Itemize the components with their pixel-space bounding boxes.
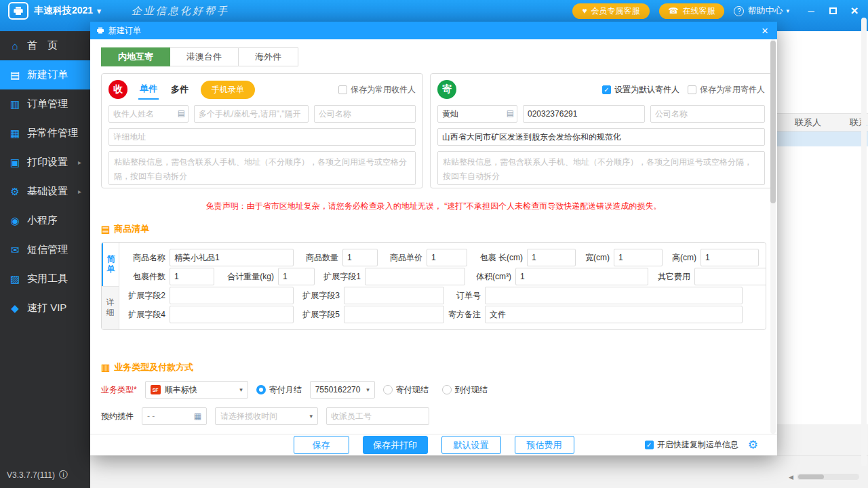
tab-single-item[interactable]: 单件: [138, 79, 159, 100]
brand-menu[interactable]: 丰速科技2021 ▾: [34, 5, 101, 17]
sidebar-item-label: 新建订单: [27, 68, 68, 81]
sender-phone-input[interactable]: [523, 105, 645, 123]
pay-cash-radio[interactable]: 寄付现结: [383, 384, 429, 396]
horizontal-scrollbar[interactable]: ◀: [789, 472, 859, 481]
tab-multi-item[interactable]: 多件: [170, 80, 190, 99]
sidebar-item-basic-settings[interactable]: ⚙ 基础设置 ▸: [0, 177, 90, 206]
monthly-account-select[interactable]: 7550162270 ▾: [310, 381, 375, 399]
settings-gear-icon[interactable]: ⚙: [748, 439, 758, 451]
scrollbar-thumb[interactable]: [798, 474, 824, 479]
product-tab-detail[interactable]: 详细: [102, 286, 119, 330]
business-type-select[interactable]: SF 顺丰标快 ▾: [145, 381, 248, 399]
date-value: - -: [147, 411, 155, 421]
sidebar-item-home[interactable]: ⌂ 首 页: [0, 31, 90, 60]
ext-field5-input[interactable]: [344, 306, 444, 323]
minimize-button[interactable]: ─: [806, 5, 816, 16]
pay-on-arrival-radio[interactable]: 到付现结: [442, 384, 488, 396]
business-type-label: 业务类型*: [101, 384, 137, 396]
package-height-input[interactable]: [701, 249, 759, 266]
dialog-close-button[interactable]: ×: [759, 25, 771, 37]
save-button[interactable]: 保存: [294, 436, 349, 454]
sidebar-item-print-settings[interactable]: ▣ 打印设置 ▸: [0, 148, 90, 177]
phone-entry-button[interactable]: 手机录单: [201, 81, 255, 99]
receiver-company-input[interactable]: [314, 105, 416, 123]
vip-service-button[interactable]: ♥ 会员专属客服: [572, 3, 649, 19]
ext-field3-input[interactable]: [344, 287, 444, 304]
home-icon: ⌂: [9, 40, 21, 52]
default-settings-button[interactable]: 默认设置: [441, 436, 501, 454]
product-qty-input[interactable]: [342, 249, 378, 266]
contact-book-icon[interactable]: ▤: [507, 109, 514, 117]
default-sender-checkbox[interactable]: ✓ 设置为默认寄件人: [602, 84, 679, 96]
online-service-button[interactable]: ☎ 在线客服: [659, 3, 725, 19]
package-length-input[interactable]: [527, 249, 576, 266]
total-weight-input[interactable]: [278, 268, 315, 285]
maximize-button[interactable]: [827, 5, 838, 16]
sidebar-item-vip[interactable]: ◆ 速打 VIP: [0, 293, 90, 323]
dialog-scrollbar[interactable]: [770, 39, 776, 434]
dialog-body: 内地互寄 港澳台件 海外件 收 单件 多件 手机录单: [90, 39, 777, 434]
contact-book-icon[interactable]: ▤: [178, 109, 185, 117]
sidebar-item-mini-program[interactable]: ◉ 小程序: [0, 206, 90, 235]
checkbox-label: 保存为常用寄件人: [700, 84, 765, 96]
tab-overseas[interactable]: 海外件: [239, 47, 298, 66]
other-fee-input[interactable]: [694, 268, 766, 285]
sidebar-item-tools[interactable]: ▨ 实用工具: [0, 264, 90, 293]
order-number-input[interactable]: [485, 287, 743, 304]
radio-icon: [383, 385, 393, 394]
sidebar-item-sms-management[interactable]: ✉ 短信管理: [0, 235, 90, 264]
receiver-paste-textarea[interactable]: [108, 151, 416, 185]
volume-input[interactable]: [515, 268, 648, 285]
sidebar-item-exception-management[interactable]: ▦ 异常件管理: [0, 119, 90, 148]
sender-remark-input[interactable]: [485, 306, 743, 323]
receiver-phone-input[interactable]: [194, 105, 309, 123]
window-close-button[interactable]: ×: [849, 5, 860, 16]
package-width-input[interactable]: [614, 249, 663, 266]
tab-label: 详细: [106, 298, 115, 318]
save-and-print-button[interactable]: 保存并打印: [363, 436, 428, 454]
info-icon[interactable]: ⓘ: [59, 469, 68, 481]
product-name-input[interactable]: [170, 249, 294, 266]
field-label: 扩展字段2: [125, 290, 165, 302]
estimate-fee-button[interactable]: 预估费用: [515, 436, 574, 454]
receiver-address-input[interactable]: [108, 128, 416, 146]
package-count-input[interactable]: [170, 268, 214, 285]
calendar-icon[interactable]: ▦: [194, 411, 201, 421]
exception-icon: ▦: [9, 127, 21, 140]
sidebar-item-new-order[interactable]: ▤ 新建订单: [0, 60, 90, 89]
ext-field1-input[interactable]: [365, 268, 465, 285]
sender-paste-textarea[interactable]: [437, 151, 765, 185]
save-common-sender-checkbox[interactable]: 保存为常用寄件人: [688, 84, 765, 96]
scroll-left-icon[interactable]: ◀: [789, 474, 793, 481]
sender-name-input[interactable]: [437, 105, 517, 123]
field-label: 商品数量: [298, 252, 338, 264]
tools-icon: ▨: [9, 273, 21, 285]
help-center-button[interactable]: ? 帮助中心 ▾: [734, 5, 789, 17]
product-tab-simple[interactable]: 简单: [102, 243, 119, 286]
save-common-receiver-checkbox[interactable]: 保存为常用收件人: [338, 84, 416, 96]
product-price-input[interactable]: [427, 249, 467, 266]
sidebar-item-order-management[interactable]: ▥ 订单管理: [0, 89, 90, 119]
ext-field4-input[interactable]: [170, 306, 294, 323]
pickup-date-picker[interactable]: - - ▦: [142, 407, 207, 425]
sidebar-item-label: 基础设置: [27, 185, 68, 198]
receiver-name-input[interactable]: [108, 105, 189, 123]
sender-address-input[interactable]: [437, 128, 765, 146]
tab-hk-macau-taiwan[interactable]: 港澳台件: [170, 47, 239, 66]
section-title: 业务类型及付款方式: [114, 361, 193, 373]
slogan: 企业信息化好帮手: [132, 5, 229, 18]
field-label: 商品名称: [125, 252, 165, 264]
field-label: 其它费用: [652, 271, 690, 283]
pickup-time-select[interactable]: 请选择揽收时间 ▾: [215, 407, 318, 425]
pay-monthly-radio[interactable]: 寄付月结: [256, 384, 302, 396]
disclaimer-text: 免责声明：由于省市区地址复杂，请您务必检查录入的地址无误， “速打”不承担因个人…: [101, 201, 766, 212]
ext-field2-input[interactable]: [170, 287, 294, 304]
dialog-scrollbar-thumb[interactable]: [770, 41, 776, 203]
chevron-down-icon: ▾: [97, 7, 101, 16]
sender-company-input[interactable]: [650, 105, 765, 123]
quick-copy-checkbox[interactable]: ✓ 开启快捷复制运单信息: [645, 439, 738, 451]
tab-domestic[interactable]: 内地互寄: [101, 47, 170, 66]
scrollbar-track[interactable]: [797, 474, 859, 480]
courier-id-input[interactable]: [326, 407, 429, 425]
online-service-label: 在线客服: [682, 5, 715, 17]
